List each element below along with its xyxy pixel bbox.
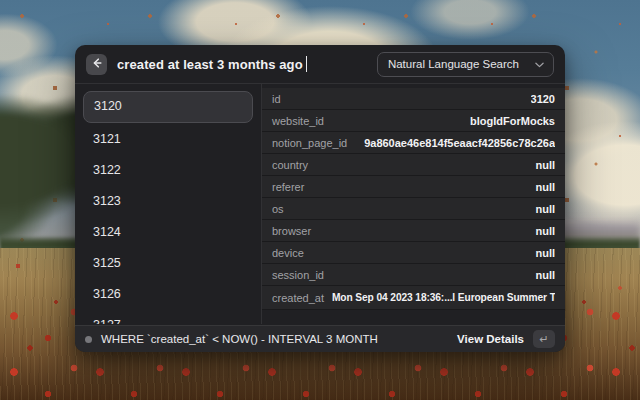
list-item[interactable]: 3124 (83, 217, 253, 247)
return-key-icon[interactable]: ↵ (533, 330, 555, 348)
detail-row[interactable]: notion_page_id 9a860ae46e814f5eaacf42856… (262, 132, 565, 154)
detail-row[interactable]: os null (262, 198, 565, 220)
list-item[interactable]: 3125 (83, 248, 253, 278)
detail-row[interactable]: created_at Mon Sep 04 2023 18:36:...l Eu… (262, 286, 565, 310)
list-item[interactable]: 3126 (83, 279, 253, 309)
list-item[interactable]: 3120 (83, 91, 253, 123)
detail-key: country (272, 159, 308, 171)
detail-key: browser (272, 225, 311, 237)
search-mode-value: Natural Language Search (388, 58, 519, 70)
detail-row[interactable]: website_id blogIdForMocks (262, 110, 565, 132)
detail-row[interactable]: id 3120 (262, 88, 565, 110)
list-item[interactable]: 3121 (83, 124, 253, 154)
chevron-down-icon (535, 58, 544, 70)
detail-value: null (535, 269, 555, 281)
detail-key: os (272, 203, 284, 215)
detail-value: null (535, 203, 555, 215)
results-list: 3120 3121 3122 3123 3124 3125 3126 3127 (75, 84, 262, 324)
list-item[interactable]: 3127 (83, 310, 253, 324)
detail-key: website_id (272, 115, 324, 127)
back-arrow-icon (91, 55, 103, 73)
search-query-text: created at least 3 months ago (117, 57, 303, 72)
footer-bar: WHERE `created_at` < NOW() - INTERVAL 3 … (75, 325, 565, 352)
detail-value: 9a860ae46e814f5eaacf42856c78c26a (364, 137, 555, 149)
view-details-button[interactable]: View Details (457, 333, 524, 345)
text-caret (306, 56, 308, 72)
back-button[interactable] (86, 54, 107, 75)
detail-key: device (272, 247, 304, 259)
detail-key: session_id (272, 269, 324, 281)
detail-value: null (535, 247, 555, 259)
detail-value: null (535, 181, 555, 193)
detail-row[interactable]: referer null (262, 176, 565, 198)
detail-row[interactable]: session_id null (262, 264, 565, 286)
search-mode-dropdown[interactable]: Natural Language Search (377, 52, 554, 77)
sql-query-preview: WHERE `created_at` < NOW() - INTERVAL 3 … (101, 333, 378, 345)
detail-panel: id 3120 website_id blogIdForMocks notion… (262, 84, 565, 324)
detail-value: Mon Sep 04 2023 18:36:...l European Summ… (332, 292, 555, 303)
detail-value: null (535, 159, 555, 171)
detail-row[interactable]: browser null (262, 220, 565, 242)
detail-key: referer (272, 181, 304, 193)
list-item[interactable]: 3122 (83, 155, 253, 185)
detail-key: created_at (272, 292, 324, 304)
detail-row[interactable]: country null (262, 154, 565, 176)
search-window: created at least 3 months ago Natural La… (75, 45, 565, 352)
detail-key: notion_page_id (272, 137, 347, 149)
content-area: 3120 3121 3122 3123 3124 3125 3126 3127 … (75, 84, 565, 324)
detail-value: 3120 (531, 93, 555, 105)
header-bar: created at least 3 months ago Natural La… (75, 45, 565, 84)
detail-value: blogIdForMocks (470, 115, 555, 127)
detail-value: null (535, 225, 555, 237)
list-item[interactable]: 3123 (83, 186, 253, 216)
detail-key: id (272, 93, 281, 105)
status-dot-icon (85, 336, 92, 343)
search-input[interactable]: created at least 3 months ago (117, 56, 367, 72)
detail-row[interactable]: device null (262, 242, 565, 264)
